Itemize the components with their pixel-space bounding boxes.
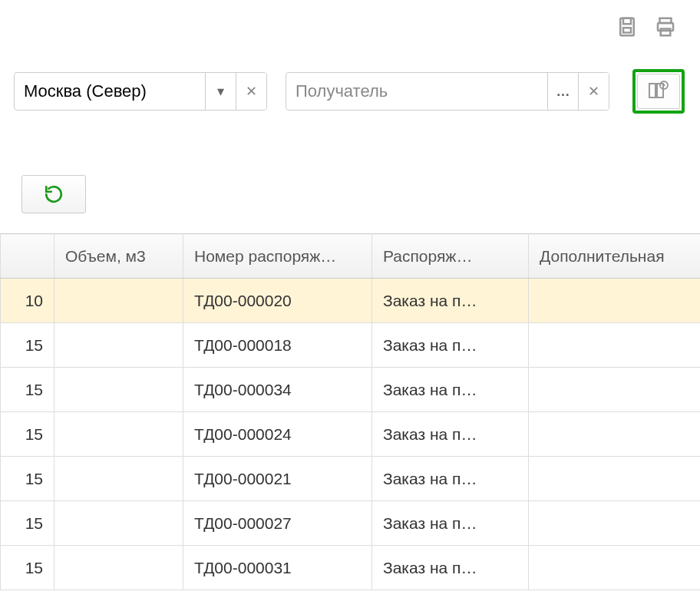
orders-table: Объем, м3 Номер распоряж… Распоряж… Допо…	[0, 233, 700, 590]
refresh-icon	[44, 184, 64, 204]
report-settings-icon	[647, 79, 670, 104]
cell-extra	[529, 368, 701, 412]
table-row[interactable]: 15ТД00-000034Заказ на п…	[1, 368, 701, 412]
cell-order-no: ТД00-000024	[183, 412, 372, 457]
recipient-select-button[interactable]: …	[547, 73, 578, 110]
cell-order-no: ТД00-000027	[183, 501, 372, 546]
recipient-input[interactable]	[286, 73, 547, 110]
refresh-button[interactable]	[21, 175, 86, 213]
svg-point-9	[663, 84, 665, 86]
save-file-icon[interactable]	[616, 15, 639, 38]
cell-number: 10	[1, 279, 54, 323]
cell-volume	[54, 412, 183, 457]
table-header-row: Объем, м3 Номер распоряж… Распоряж… Допо…	[1, 234, 701, 279]
cell-extra	[529, 457, 701, 501]
cell-order-no: ТД00-000018	[183, 323, 372, 368]
cell-disposition: Заказ на п…	[372, 368, 529, 412]
close-icon: ✕	[246, 83, 257, 100]
svg-rect-6	[649, 84, 655, 97]
cell-volume	[54, 501, 183, 546]
column-header-number[interactable]	[1, 234, 54, 279]
cell-extra	[529, 279, 701, 323]
column-header-volume[interactable]: Объем, м3	[54, 234, 183, 279]
cell-disposition: Заказ на п…	[372, 279, 529, 323]
form-settings-highlight	[632, 69, 685, 114]
cell-disposition: Заказ на п…	[372, 546, 529, 590]
cell-volume	[54, 279, 183, 323]
cell-disposition: Заказ на п…	[372, 501, 529, 546]
form-settings-button[interactable]	[637, 74, 680, 109]
cell-volume	[54, 323, 183, 368]
cell-order-no: ТД00-000020	[183, 279, 372, 323]
warehouse-clear-button[interactable]: ✕	[236, 73, 266, 110]
column-header-extra[interactable]: Дополнительная	[529, 234, 701, 279]
cell-extra	[529, 412, 701, 457]
table-row[interactable]: 15ТД00-000024Заказ на п…	[1, 412, 701, 457]
close-icon: ✕	[588, 83, 599, 100]
cell-number: 15	[1, 412, 54, 457]
column-header-order-no[interactable]: Номер распоряж…	[183, 234, 372, 279]
svg-rect-1	[623, 18, 631, 25]
table-row[interactable]: 15ТД00-000018Заказ на п…	[1, 323, 701, 368]
cell-number: 15	[1, 323, 54, 368]
warehouse-field: ▾ ✕	[14, 72, 267, 111]
cell-volume	[54, 368, 183, 412]
warehouse-dropdown-button[interactable]: ▾	[205, 73, 236, 110]
table-row[interactable]: 15ТД00-000027Заказ на п…	[1, 501, 701, 546]
cell-disposition: Заказ на п…	[372, 412, 529, 457]
cell-order-no: ТД00-000031	[183, 546, 372, 590]
svg-rect-2	[623, 28, 631, 32]
cell-number: 15	[1, 457, 54, 501]
cell-volume	[54, 546, 183, 590]
table-row[interactable]: 10ТД00-000020Заказ на п…	[1, 279, 701, 323]
cell-disposition: Заказ на п…	[372, 457, 529, 501]
cell-extra	[529, 546, 701, 590]
cell-number: 15	[1, 546, 54, 590]
cell-number: 15	[1, 368, 54, 412]
cell-order-no: ТД00-000021	[183, 457, 372, 501]
recipient-field: … ✕	[286, 72, 609, 111]
warehouse-input[interactable]	[15, 73, 205, 110]
ellipsis-icon: …	[556, 84, 570, 100]
column-header-disposition[interactable]: Распоряж…	[372, 234, 529, 279]
print-icon[interactable]	[654, 15, 677, 38]
cell-number: 15	[1, 501, 54, 546]
table-row[interactable]: 15ТД00-000031Заказ на п…	[1, 546, 701, 590]
cell-extra	[529, 323, 701, 368]
cell-volume	[54, 457, 183, 501]
cell-order-no: ТД00-000034	[183, 368, 372, 412]
cell-disposition: Заказ на п…	[372, 323, 529, 368]
recipient-clear-button[interactable]: ✕	[578, 73, 609, 110]
table-row[interactable]: 15ТД00-000021Заказ на п…	[1, 457, 701, 501]
chevron-down-icon: ▾	[217, 83, 224, 100]
cell-extra	[529, 501, 701, 546]
